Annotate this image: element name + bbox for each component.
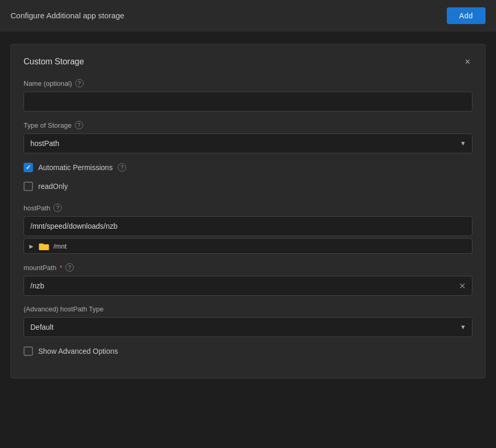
add-button[interactable]: Add (447, 7, 486, 24)
name-input[interactable] (24, 92, 472, 111)
automatic-permissions-row: ✓ Automatic Permissions ? (24, 163, 472, 172)
section-title: Custom Storage (24, 57, 84, 66)
type-of-storage-group: Type of Storage ? hostPath nfs smb empty… (24, 121, 472, 153)
name-help-icon[interactable]: ? (75, 79, 84, 87)
show-advanced-options-label: Show Advanced Options (38, 347, 118, 355)
readonly-label: readOnly (38, 182, 68, 191)
type-of-storage-help-icon[interactable]: ? (75, 121, 83, 129)
name-label: Name (optional) ? (24, 79, 472, 87)
automatic-permissions-label: Automatic Permissions (38, 163, 112, 172)
hostpath-label: hostPath ? (24, 204, 472, 212)
file-browser-path: /mnt (53, 242, 66, 250)
hostpath-input[interactable] (24, 216, 472, 236)
type-of-storage-select-wrapper: hostPath nfs smb emptyDir ixVolume ▼ (24, 133, 472, 153)
custom-storage-section: Custom Storage × Name (optional) ? Type … (10, 44, 486, 378)
advanced-hostpath-type-select-wrapper: Default DirectoryOrCreate Directory File… (24, 317, 472, 337)
clear-icon: ✕ (459, 281, 466, 291)
mountpath-input[interactable] (24, 276, 472, 296)
required-star: * (60, 264, 62, 272)
close-button[interactable]: × (463, 55, 472, 69)
show-advanced-options-row: Show Advanced Options (24, 346, 472, 356)
mountpath-label: mountPath * ? (24, 263, 472, 272)
clear-mountpath-button[interactable]: ✕ (457, 281, 467, 291)
file-browser-row[interactable]: ▶ /mnt (24, 238, 472, 254)
show-advanced-options-checkbox[interactable] (24, 346, 33, 356)
readonly-row: readOnly (24, 182, 472, 191)
checkmark-icon: ✓ (26, 164, 31, 171)
section-header: Custom Storage × (24, 55, 472, 69)
advanced-hostpath-type-label: (Advanced) hostPath Type (24, 305, 472, 313)
automatic-permissions-help-icon[interactable]: ? (118, 163, 126, 172)
expand-icon: ▶ (29, 243, 33, 249)
hostpath-field-group: hostPath ? ▶ /mnt (24, 204, 472, 254)
advanced-hostpath-type-select[interactable]: Default DirectoryOrCreate Directory File… (24, 317, 472, 337)
readonly-checkbox[interactable] (24, 182, 33, 191)
close-icon: × (465, 57, 470, 67)
page-container: Configure Additional app storage Add Cus… (0, 0, 496, 448)
automatic-permissions-checkbox[interactable]: ✓ (24, 163, 33, 172)
type-of-storage-select[interactable]: hostPath nfs smb emptyDir ixVolume (24, 133, 472, 153)
page-title: Configure Additional app storage (10, 11, 125, 20)
mountpath-field-group: mountPath * ? ✕ (24, 263, 472, 296)
folder-icon (39, 242, 49, 250)
mountpath-help-icon[interactable]: ? (65, 263, 74, 272)
main-content: Custom Storage × Name (optional) ? Type … (0, 31, 496, 391)
mountpath-wrapper: ✕ (24, 276, 472, 296)
type-of-storage-label: Type of Storage ? (24, 121, 472, 129)
advanced-hostpath-type-group: (Advanced) hostPath Type Default Directo… (24, 305, 472, 337)
header-bar: Configure Additional app storage Add (0, 0, 496, 31)
name-field-group: Name (optional) ? (24, 79, 472, 111)
hostpath-help-icon[interactable]: ? (53, 204, 62, 212)
